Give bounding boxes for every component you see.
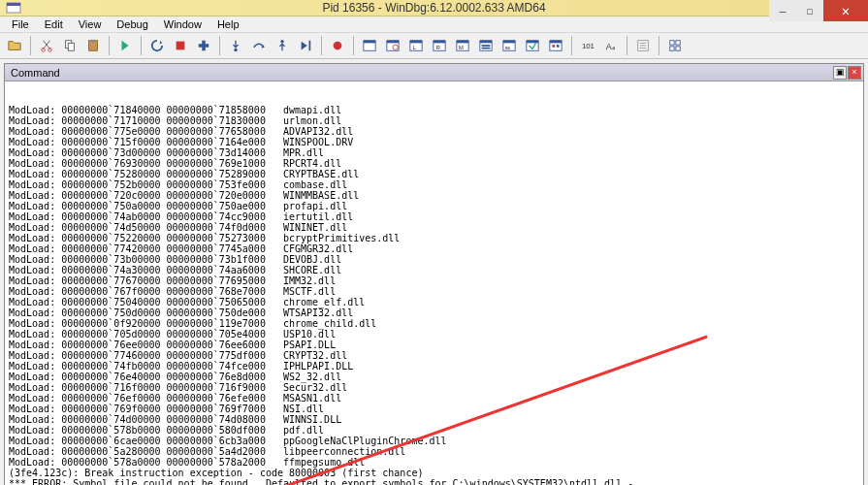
toolbar-separator — [627, 36, 627, 55]
step-over-icon[interactable] — [248, 35, 270, 56]
options-icon[interactable] — [632, 35, 654, 56]
stop-icon[interactable] — [170, 35, 191, 56]
svg-rect-41 — [557, 45, 560, 48]
svg-text:as: as — [505, 45, 511, 50]
svg-point-12 — [280, 40, 284, 44]
scratchpad-window-icon[interactable] — [522, 35, 543, 56]
toolbar-separator — [321, 36, 322, 55]
restart-icon[interactable] — [146, 35, 168, 56]
title-bar: Pid 16356 - WinDbg:6.12.0002.633 AMD64 —… — [0, 0, 868, 16]
svg-point-14 — [334, 42, 342, 50]
break-icon[interactable] — [193, 35, 214, 56]
toolbar-separator — [571, 36, 572, 55]
svg-rect-31 — [482, 45, 491, 47]
breakpoint-icon[interactable] — [327, 35, 348, 56]
workspace: Command ▣ × ModLoad: 00000000`71840000 0… — [0, 59, 868, 485]
command-window-title: Command — [11, 67, 60, 79]
svg-rect-40 — [553, 45, 556, 48]
svg-rect-45 — [670, 41, 674, 45]
locals-window-icon[interactable]: L — [405, 35, 427, 56]
svg-rect-39 — [550, 41, 562, 44]
cut-icon[interactable] — [36, 35, 57, 56]
toolbar: L R M as 101 Aₐ — [0, 33, 868, 59]
toolbar-separator — [141, 36, 142, 55]
font-icon[interactable]: Aₐ — [600, 35, 622, 56]
svg-rect-8 — [177, 42, 185, 50]
disassembly-window-icon[interactable]: as — [498, 35, 520, 56]
menu-window[interactable]: Window — [156, 16, 209, 32]
toolbar-separator — [353, 36, 354, 55]
command-window-titlebar[interactable]: Command ▣ × — [5, 64, 863, 81]
step-into-icon[interactable] — [225, 35, 246, 56]
close-button[interactable]: ✕ — [823, 0, 868, 21]
svg-text:101: 101 — [582, 42, 595, 50]
dock-button[interactable]: ▣ — [833, 66, 847, 80]
window-title: Pid 16356 - WinDbg:6.12.0002.633 AMD64 — [322, 1, 545, 15]
copy-icon[interactable] — [59, 35, 80, 56]
step-out-icon[interactable] — [272, 35, 293, 56]
toolbar-separator — [659, 36, 659, 55]
svg-rect-48 — [676, 47, 680, 50]
svg-rect-13 — [309, 41, 311, 51]
command-output[interactable]: ModLoad: 00000000`71840000 00000000`7185… — [5, 81, 863, 485]
toolbar-separator — [219, 36, 220, 55]
processes-window-icon[interactable] — [545, 35, 566, 56]
menu-view[interactable]: View — [71, 16, 110, 32]
svg-rect-16 — [364, 41, 375, 44]
svg-rect-1 — [7, 3, 20, 6]
minimize-button[interactable]: — — [769, 0, 796, 21]
registers-window-icon[interactable]: R — [429, 35, 450, 56]
menu-debug[interactable]: Debug — [109, 16, 155, 32]
go-icon[interactable] — [114, 35, 136, 56]
command-window-icon[interactable] — [359, 35, 380, 56]
open-icon[interactable] — [4, 35, 25, 56]
panel-close-button[interactable]: × — [848, 66, 861, 80]
svg-text:Aₐ: Aₐ — [606, 42, 616, 51]
svg-rect-34 — [503, 41, 515, 44]
svg-rect-5 — [68, 43, 74, 50]
toolbar-separator — [30, 36, 31, 55]
svg-text:L: L — [413, 44, 417, 50]
memory-window-icon[interactable]: M — [452, 35, 473, 56]
command-window: Command ▣ × ModLoad: 00000000`71840000 0… — [4, 63, 864, 485]
callstack-window-icon[interactable] — [475, 35, 497, 56]
svg-rect-18 — [387, 41, 399, 44]
source-mode-icon[interactable]: 101 — [577, 35, 598, 56]
menu-bar: File Edit View Debug Window Help — [0, 16, 868, 33]
svg-rect-37 — [527, 41, 538, 44]
svg-rect-7 — [91, 40, 95, 43]
watch-window-icon[interactable] — [382, 35, 403, 56]
menu-help[interactable]: Help — [209, 16, 247, 32]
window-list-icon[interactable] — [664, 35, 686, 56]
toolbar-separator — [109, 36, 110, 55]
menu-file[interactable]: File — [4, 16, 37, 32]
menu-edit[interactable]: Edit — [37, 16, 71, 32]
paste-icon[interactable] — [82, 35, 104, 56]
svg-text:M: M — [459, 44, 464, 50]
svg-text:R: R — [436, 44, 441, 50]
maximize-button[interactable]: ☐ — [796, 0, 823, 21]
svg-rect-47 — [670, 47, 674, 50]
run-to-cursor-icon[interactable] — [295, 35, 316, 56]
svg-rect-32 — [482, 48, 491, 49]
svg-point-11 — [234, 48, 238, 52]
app-icon — [6, 0, 21, 16]
window-controls: — ☐ ✕ — [769, 0, 868, 21]
svg-rect-10 — [199, 44, 209, 48]
svg-rect-30 — [480, 41, 492, 44]
svg-rect-46 — [676, 41, 680, 45]
log-text: ModLoad: 00000000`71840000 00000000`7185… — [9, 105, 859, 485]
